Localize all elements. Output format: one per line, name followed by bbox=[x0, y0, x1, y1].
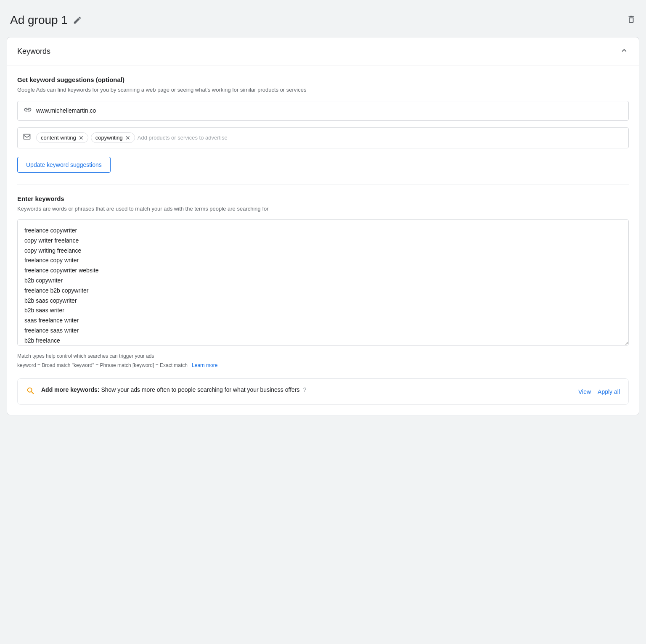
match-types-info: keyword = Broad match "keyword" = Phrase… bbox=[17, 361, 629, 370]
banner-text-regular: Show your ads more often to people searc… bbox=[101, 386, 299, 393]
keywords-textarea[interactable] bbox=[17, 219, 629, 346]
enter-keywords-section: Enter keywords Keywords are words or phr… bbox=[17, 195, 629, 405]
page-header: Ad group 1 bbox=[7, 7, 639, 37]
apply-all-link[interactable]: Apply all bbox=[598, 388, 620, 395]
learn-more-link[interactable]: Learn more bbox=[192, 362, 217, 368]
section-divider bbox=[17, 185, 629, 185]
keyword-suggestions-section: Get keyword suggestions (optional) Googl… bbox=[17, 76, 629, 185]
store-icon bbox=[23, 132, 31, 143]
suggestions-title: Get keyword suggestions (optional) bbox=[17, 76, 629, 83]
enter-keywords-description: Keywords are words or phrases that are u… bbox=[17, 205, 629, 213]
tag-remove-copywriting[interactable]: ✕ bbox=[125, 135, 130, 141]
update-keywords-button[interactable]: Update keyword suggestions bbox=[17, 157, 111, 173]
title-group: Ad group 1 bbox=[10, 13, 82, 27]
tag-remove-content-writing[interactable]: ✕ bbox=[79, 135, 84, 141]
tags-input-wrapper[interactable]: content writing ✕ copywriting ✕ Add prod… bbox=[17, 127, 629, 148]
view-link[interactable]: View bbox=[578, 388, 591, 395]
search-suggestion-icon bbox=[26, 386, 35, 398]
card-header: Keywords bbox=[7, 37, 639, 66]
card-body: Get keyword suggestions (optional) Googl… bbox=[7, 66, 639, 415]
keywords-card: Keywords Get keyword suggestions (option… bbox=[7, 37, 639, 415]
add-keywords-banner: Add more keywords: Show your ads more of… bbox=[17, 378, 629, 405]
url-input-wrapper bbox=[17, 101, 629, 121]
banner-text: Add more keywords: Show your ads more of… bbox=[41, 385, 306, 394]
banner-actions: View Apply all bbox=[578, 388, 620, 395]
match-types-section: Match types help control which searches … bbox=[17, 352, 629, 370]
tag-label: content writing bbox=[41, 135, 76, 141]
url-input[interactable] bbox=[36, 107, 622, 114]
tag-copywriting: copywriting ✕ bbox=[91, 132, 135, 143]
edit-icon[interactable] bbox=[73, 16, 82, 25]
link-icon bbox=[24, 106, 32, 116]
card-title: Keywords bbox=[17, 47, 50, 56]
tags-placeholder: Add products or services to advertise bbox=[138, 135, 228, 141]
tag-content-writing: content writing ✕ bbox=[36, 132, 88, 143]
collapse-icon[interactable] bbox=[620, 46, 629, 57]
banner-text-bold: Add more keywords: bbox=[41, 386, 99, 393]
suggestions-description: Google Ads can find keywords for you by … bbox=[17, 86, 629, 94]
page-title: Ad group 1 bbox=[10, 13, 68, 27]
match-types-help: Match types help control which searches … bbox=[17, 352, 629, 361]
tag-label: copywriting bbox=[95, 135, 123, 141]
banner-left: Add more keywords: Show your ads more of… bbox=[26, 385, 306, 398]
enter-keywords-title: Enter keywords bbox=[17, 195, 629, 202]
delete-button[interactable] bbox=[627, 15, 636, 26]
help-icon[interactable]: ? bbox=[303, 386, 306, 393]
